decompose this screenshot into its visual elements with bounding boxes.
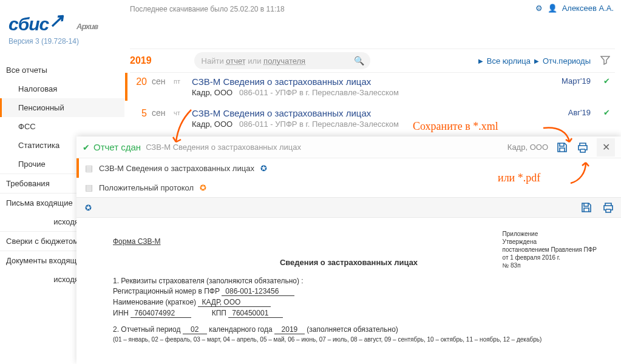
triangle-icon: ▶ — [478, 58, 483, 64]
search-input[interactable]: Найти отчет или получателя 🔍 — [194, 52, 370, 69]
year-selector[interactable]: 2019 — [130, 55, 152, 66]
doc-kpp-label: КПП — [212, 309, 226, 317]
row-day: 5 — [130, 108, 147, 119]
doc-months-legend: (01 – январь, 02 – февраль, 03 – март, 0… — [113, 336, 585, 343]
search-placeholder-prefix: Найти — [202, 56, 226, 66]
search-link-recipient[interactable]: получателя — [263, 56, 305, 66]
doc-period-mid: календарного года — [209, 325, 272, 334]
settings-gear-icon[interactable]: ⚙ — [535, 4, 543, 13]
save-pdf-button[interactable] — [580, 201, 593, 214]
report-list: 20 сен пт СЗВ-М Сведения о застрахованны… — [130, 73, 615, 132]
ribbon-icon: ✪ — [200, 183, 206, 192]
doc-period-month: 02 — [183, 325, 207, 334]
row-title: СЗВ-М Сведения о застрахованных лицах — [192, 76, 615, 87]
row-target: - УПФР в г. Переславле-Залесском — [268, 120, 399, 129]
doc-toolbar: ✪ — [76, 197, 621, 218]
row-month: сен — [152, 108, 170, 118]
row-day: 20 — [130, 76, 147, 87]
row-org: Кадр, ООО — [192, 120, 232, 129]
triangle-icon: ▶ — [534, 58, 539, 64]
ribbon-icon[interactable]: ✪ — [85, 203, 92, 212]
doc-period-label: 2. Отчетный период — [113, 325, 180, 334]
row-target: - УПФР в г. Переславле-Залесском — [268, 88, 399, 97]
row-org: Кадр, ООО — [192, 88, 232, 97]
close-button[interactable]: ✕ — [597, 138, 615, 157]
document-icon: ▤ — [85, 183, 93, 192]
row-period: Авг'19 — [568, 108, 591, 117]
panel-doc-label: СЗВ-М Сведения о застрахованных лицах — [99, 164, 254, 173]
doc-inn-value: 7604074992 — [131, 309, 191, 318]
row-dow: чт — [174, 108, 188, 116]
row-reg: 086-011 — [239, 120, 268, 129]
ribbon-icon: ✪ — [260, 164, 267, 173]
doc-reg-value: 086-001-123456 — [222, 287, 294, 296]
logo-subtitle: Архив — [76, 22, 98, 31]
doc-period-note: (заполняется обязательно) — [307, 325, 398, 334]
doc-period-year: 2019 — [274, 325, 305, 334]
save-xml-button[interactable] — [555, 141, 569, 154]
link-periods[interactable]: Отч.периоды — [543, 56, 591, 66]
panel-header: ✔ Отчет сдан СЗВ-М Сведения о застрахова… — [76, 136, 621, 158]
sidebar-item-pension[interactable]: Пенсионный — [0, 98, 124, 117]
doc-name-value: КАДР, ООО — [198, 298, 271, 307]
sidebar-item-fss[interactable]: ФСС — [0, 117, 124, 136]
check-icon: ✔ — [603, 76, 610, 86]
year-row: 2019 Найти отчет или получателя 🔍 ▶ Все … — [130, 49, 615, 73]
document-body: Приложение Утверждена постановлением Пра… — [76, 228, 621, 364]
user-name[interactable]: Алексеев А.А. — [562, 4, 614, 13]
check-icon: ✔ — [83, 143, 90, 152]
sidebar-item-tax[interactable]: Налоговая — [0, 79, 124, 98]
check-icon: ✔ — [603, 108, 610, 117]
version-text: Версия 3 (19.728-14) — [8, 37, 79, 46]
user-icon: 👤 — [548, 4, 557, 13]
row-title: СЗВ-М Сведения о застрахованных лицах — [192, 108, 615, 118]
doc-name-label: Наименование (краткое) — [113, 298, 196, 306]
sidebar-item-all[interactable]: Все отчеты — [0, 61, 124, 79]
doc-kpp-value: 760450001 — [228, 309, 283, 318]
doc-section-1: 1. Реквизиты страхователя (заполняются о… — [113, 277, 585, 285]
doc-reg-label: Регистрационный номер в ПФР — [113, 287, 220, 295]
bird-icon: ↗ — [48, 9, 64, 32]
logo-block: сбис↗ Архив Версия 3 (19.728-14) — [8, 13, 79, 46]
search-icon[interactable]: 🔍 — [354, 56, 364, 66]
row-period: Март'19 — [562, 76, 591, 86]
detail-panel: ✔ Отчет сдан СЗВ-М Сведения о застрахова… — [76, 136, 621, 364]
panel-status: Отчет сдан — [93, 142, 141, 152]
doc-inn-label: ИНН — [113, 309, 129, 317]
last-download-text: Последнее скачивание было 25.02.20 в 11:… — [130, 5, 285, 13]
doc-appendix-note: Приложение Утверждена постановлением Пра… — [503, 230, 597, 269]
search-placeholder-mid: или — [246, 56, 263, 66]
print-button[interactable] — [602, 201, 615, 214]
filter-icon[interactable] — [600, 55, 610, 67]
list-item[interactable]: 5 сен чт СЗВ-М Сведения о застрахованных… — [130, 104, 615, 132]
row-dow: пт — [174, 76, 188, 85]
panel-desc: СЗВ-М Сведения о застрахованных лицах — [146, 143, 301, 152]
link-all-entities[interactable]: Все юрлица — [487, 56, 531, 66]
panel-doc-item[interactable]: ▤ СЗВ-М Сведения о застрахованных лицах … — [76, 158, 621, 178]
panel-doc-label: Положительный протокол — [99, 183, 194, 192]
panel-org: Кадр, ООО — [507, 143, 548, 152]
print-button[interactable] — [576, 141, 589, 154]
document-icon: ▤ — [85, 163, 93, 173]
search-link-report[interactable]: отчет — [226, 56, 245, 66]
row-month: сен — [152, 76, 170, 86]
row-reg: 086-011 — [239, 88, 268, 97]
list-item[interactable]: 20 сен пт СЗВ-М Сведения о застрахованны… — [125, 73, 615, 101]
logo-text: сбис↗ Архив — [8, 13, 79, 35]
panel-doc-item[interactable]: ▤ Положительный протокол ✪ — [76, 178, 621, 197]
